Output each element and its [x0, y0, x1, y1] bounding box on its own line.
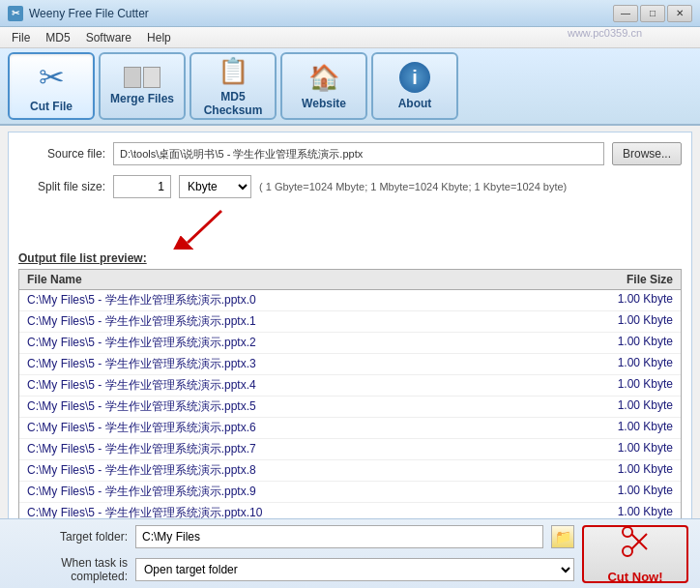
about-button[interactable]: i About [371, 52, 458, 120]
cut-now-button[interactable]: Cut Now! [582, 525, 688, 583]
task-completed-row: When task is completed: Open target fold… [12, 556, 574, 583]
watermark: www.pc0359.cn [568, 27, 642, 39]
file-size: 1.00 Kbyte [618, 292, 673, 309]
cut-now-icon [618, 524, 653, 566]
window-controls: — □ ✕ [613, 5, 692, 22]
file-name: C:\My Files\5 - 学生作业管理系统演示.pptx.6 [27, 420, 256, 436]
file-name: C:\My Files\5 - 学生作业管理系统演示.pptx.1 [27, 313, 256, 330]
about-icon: i [399, 62, 430, 93]
toolbar: ✂ Cut File Merge Files 📋 MD5 Checksum 🏠 … [0, 48, 700, 126]
table-row[interactable]: C:\My Files\5 - 学生作业管理系统演示.pptx.91.00 Kb… [19, 482, 681, 503]
minimize-button[interactable]: — [613, 5, 638, 22]
browse-button[interactable]: Browse... [612, 142, 682, 165]
preview-label: Output file list preview: [18, 251, 682, 265]
file-list-header: File Name File Size [19, 270, 681, 290]
file-list[interactable]: File Name File Size C:\My Files\5 - 学生作业… [18, 269, 682, 520]
folder-browse-button[interactable]: 📁 [551, 525, 574, 548]
source-file-input[interactable] [113, 142, 604, 165]
split-unit-select[interactable]: Kbyte byte Mbyte Gbyte [179, 175, 251, 198]
table-row[interactable]: C:\My Files\5 - 学生作业管理系统演示.pptx.51.00 Kb… [19, 397, 681, 418]
menu-md5[interactable]: MD5 [38, 29, 77, 46]
menu-file[interactable]: File [4, 29, 38, 46]
maximize-button[interactable]: □ [640, 5, 665, 22]
main-content: Source file: Browse... Split file size: … [8, 132, 692, 531]
md5-label: MD5 Checksum [195, 90, 271, 117]
file-name: C:\My Files\5 - 学生作业管理系统演示.pptx.8 [27, 462, 256, 479]
website-button[interactable]: 🏠 Website [280, 52, 367, 120]
table-row[interactable]: C:\My Files\5 - 学生作业管理系统演示.pptx.21.00 Kb… [19, 333, 681, 354]
merge-files-button[interactable]: Merge Files [99, 52, 186, 120]
file-size: 1.00 Kbyte [618, 441, 673, 457]
file-size: 1.00 Kbyte [618, 462, 673, 479]
file-list-body: C:\My Files\5 - 学生作业管理系统演示.pptx.01.00 Kb… [19, 290, 681, 520]
file-name: C:\My Files\5 - 学生作业管理系统演示.pptx.0 [27, 292, 256, 309]
table-row[interactable]: C:\My Files\5 - 学生作业管理系统演示.pptx.71.00 Kb… [19, 439, 681, 460]
website-icon: 🏠 [308, 63, 339, 93]
file-size: 1.00 Kbyte [618, 356, 673, 372]
table-row[interactable]: C:\My Files\5 - 学生作业管理系统演示.pptx.81.00 Kb… [19, 460, 681, 482]
close-button[interactable]: ✕ [667, 5, 692, 22]
file-name: C:\My Files\5 - 学生作业管理系统演示.pptx.5 [27, 398, 256, 415]
file-name: C:\My Files\5 - 学生作业管理系统演示.pptx.7 [27, 441, 256, 457]
red-arrow-icon [163, 206, 241, 250]
task-completed-select[interactable]: Open target folder Do nothing Shutdown c… [135, 558, 574, 581]
target-folder-row: Target folder: 📁 [12, 525, 574, 548]
file-size: 1.00 Kbyte [618, 313, 673, 330]
split-size-row: Split file size: Kbyte byte Mbyte Gbyte … [18, 175, 682, 198]
task-completed-label: When task is completed: [12, 556, 128, 583]
target-folder-input[interactable] [135, 525, 543, 548]
merge-files-label: Merge Files [110, 92, 174, 105]
column-filename: File Name [27, 273, 82, 286]
merge-files-icon [124, 67, 160, 88]
file-name: C:\My Files\5 - 学生作业管理系统演示.pptx.3 [27, 356, 256, 372]
menu-software[interactable]: Software [78, 29, 139, 46]
md5-checksum-button[interactable]: 📋 MD5 Checksum [190, 52, 277, 120]
svg-point-2 [623, 546, 632, 556]
cut-file-label: Cut File [30, 100, 73, 113]
svg-line-1 [188, 211, 221, 243]
split-size-label: Split file size: [18, 180, 105, 193]
split-hint: ( 1 Gbyte=1024 Mbyte; 1 Mbyte=1024 Kbyte… [259, 181, 567, 192]
file-size: 1.00 Kbyte [618, 398, 673, 415]
split-size-input[interactable] [113, 175, 171, 198]
target-folder-label: Target folder: [12, 530, 128, 544]
file-size: 1.00 Kbyte [618, 420, 673, 436]
menu-help[interactable]: Help [139, 29, 179, 46]
file-size: 1.00 Kbyte [618, 377, 673, 394]
file-name: C:\My Files\5 - 学生作业管理系统演示.pptx.4 [27, 377, 256, 394]
arrow-annotation [163, 206, 682, 250]
file-size: 1.00 Kbyte [618, 484, 673, 500]
bottom-fields: Target folder: 📁 When task is completed:… [12, 525, 574, 583]
md5-icon: 📋 [218, 56, 248, 86]
file-name: C:\My Files\5 - 学生作业管理系统演示.pptx.2 [27, 335, 256, 351]
cut-now-label: Cut Now! [607, 570, 662, 584]
table-row[interactable]: C:\My Files\5 - 学生作业管理系统演示.pptx.41.00 Kb… [19, 375, 681, 397]
file-name: C:\My Files\5 - 学生作业管理系统演示.pptx.9 [27, 484, 256, 500]
table-row[interactable]: C:\My Files\5 - 学生作业管理系统演示.pptx.31.00 Kb… [19, 354, 681, 375]
website-label: Website [302, 97, 346, 110]
table-row[interactable]: C:\My Files\5 - 学生作业管理系统演示.pptx.61.00 Kb… [19, 418, 681, 439]
cut-file-icon: ✂ [39, 59, 65, 96]
title-bar: ✂ Weeny Free File Cutter — □ ✕ [0, 0, 700, 27]
app-icon: ✂ [8, 6, 23, 21]
source-file-label: Source file: [18, 147, 105, 161]
bottom-bar: Target folder: 📁 When task is completed:… [0, 518, 700, 588]
cut-file-button[interactable]: ✂ Cut File [8, 52, 95, 120]
table-row[interactable]: C:\My Files\5 - 学生作业管理系统演示.pptx.01.00 Kb… [19, 290, 681, 311]
column-filesize: File Size [627, 273, 673, 286]
about-label: About [398, 97, 432, 110]
file-size: 1.00 Kbyte [618, 335, 673, 351]
source-file-row: Source file: Browse... [18, 142, 682, 165]
table-row[interactable]: C:\My Files\5 - 学生作业管理系统演示.pptx.11.00 Kb… [19, 311, 681, 333]
window-title: Weeny Free File Cutter [29, 7, 613, 20]
svg-point-3 [623, 527, 632, 537]
